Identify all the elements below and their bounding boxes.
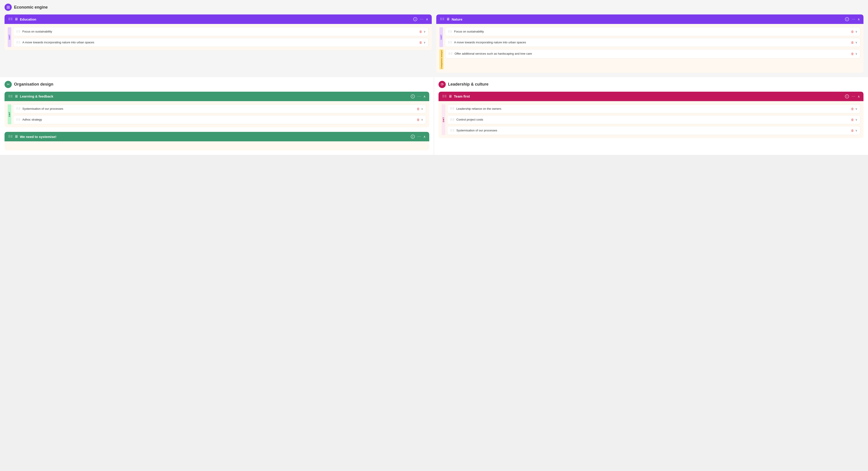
team-first-info-badge[interactable]: i xyxy=(845,94,849,98)
item-actions: 🗑 ∨ xyxy=(851,30,857,33)
expand-icon[interactable]: ∨ xyxy=(855,30,857,33)
item-text: Leadership reliance on the owners xyxy=(456,107,849,111)
expand-icon[interactable]: ∨ xyxy=(421,118,423,121)
expand-icon[interactable]: ∨ xyxy=(855,118,857,121)
systemise-collapse-btn[interactable]: ∧ xyxy=(423,135,426,138)
learning-card-body: SWT ⠿⠿ Systemisation of our processes 🗑 … xyxy=(4,101,429,127)
systemise-dots-menu[interactable]: ··· xyxy=(417,135,421,139)
nature-info-badge[interactable]: i xyxy=(845,17,849,21)
delete-icon[interactable]: 🗑 xyxy=(416,107,420,111)
education-card-body: SWT ⠿⠿ Focus on sustainability 🗑 ∨ xyxy=(4,24,432,50)
expand-icon[interactable]: ∨ xyxy=(424,30,426,33)
nature-cat-icon: 🖥 xyxy=(446,17,450,21)
learning-collapse-btn[interactable]: ∧ xyxy=(423,95,426,98)
item-drag-handle[interactable]: ⠿⠿ xyxy=(16,30,21,33)
item-text: A move towards incorporating nature into… xyxy=(454,40,849,44)
delete-icon[interactable]: 🗑 xyxy=(851,41,854,44)
table-row: ⠿⠿ A move towards incorporating nature i… xyxy=(445,38,860,47)
nature-card-title: Nature xyxy=(452,18,844,21)
item-drag-handle[interactable]: ⠿⠿ xyxy=(448,52,453,56)
item-actions: 🗑 ∨ xyxy=(851,118,857,122)
item-drag-handle[interactable]: ⠿⠿ xyxy=(448,41,452,44)
team-first-card-body: SWT ⠿⠿ Leadership reliance on the owners… xyxy=(438,101,864,138)
education-info-badge[interactable]: i xyxy=(413,17,417,21)
learning-dots-menu[interactable]: ··· xyxy=(417,94,421,98)
table-row: ⠿⠿ Focus on sustainability 🗑 ∨ xyxy=(445,27,860,36)
learning-info-badge[interactable]: i xyxy=(411,94,415,98)
table-row: ⠿⠿ Adhoc strategy 🗑 ∨ xyxy=(13,115,426,124)
item-actions: 🗑 ∨ xyxy=(851,52,857,56)
item-actions: 🗑 ∨ xyxy=(419,30,426,33)
team-first-drag-handle[interactable]: ⠿⠿ xyxy=(442,95,447,98)
education-items-list: ⠿⠿ Focus on sustainability 🗑 ∨ ⠿⠿ A move… xyxy=(13,27,429,47)
item-text: Control project costs xyxy=(456,117,849,122)
nature-card-body: SWT ⠿⠿ Focus on sustainability 🗑 ∨ xyxy=(436,24,864,73)
item-text: Focus on sustainability xyxy=(454,30,849,34)
systemise-cat-icon: 🖥 xyxy=(14,135,18,139)
delete-icon[interactable]: 🗑 xyxy=(851,52,854,56)
learning-card-title: Learning & feedback xyxy=(20,94,409,98)
leadership-culture-icon: ⟳ xyxy=(438,81,446,88)
education-card-title: Education xyxy=(20,18,412,21)
item-text: Systemisation of our processes xyxy=(456,129,849,133)
delete-icon[interactable]: 🗑 xyxy=(851,30,854,33)
education-drag-handle[interactable]: ⠿⠿ xyxy=(8,18,13,21)
learning-items-list: ⠿⠿ Systemisation of our processes 🗑 ∨ ⠿⠿ xyxy=(13,104,426,124)
delete-icon[interactable]: 🗑 xyxy=(851,129,854,132)
item-drag-handle[interactable]: ⠿⠿ xyxy=(16,41,21,44)
table-row: ⠿⠿ Control project costs 🗑 ∨ xyxy=(447,115,860,124)
table-row: ⠿⠿ Offer additional services such as har… xyxy=(445,49,860,58)
delete-icon[interactable]: 🗑 xyxy=(419,30,422,33)
expand-icon[interactable]: ∨ xyxy=(855,129,857,132)
learning-feedback-header: ⠿⠿ 🖥 Learning & feedback i ··· ∧ xyxy=(4,92,429,101)
expand-icon[interactable]: ∨ xyxy=(855,41,857,44)
item-drag-handle[interactable]: ⠿⠿ xyxy=(16,107,21,110)
nature-drag-handle[interactable]: ⠿⠿ xyxy=(440,18,444,21)
team-first-card: ⠿⠿ 🖥 Team first i ··· ∧ SWT xyxy=(438,92,864,138)
item-drag-handle[interactable]: ⠿⠿ xyxy=(450,107,455,110)
education-card: ⠿⠿ 🖥 Education i ··· ∧ SWT ⠿⠿ xyxy=(4,14,432,73)
systemise-drag-handle[interactable]: ⠿⠿ xyxy=(8,135,13,138)
expand-icon[interactable]: ∨ xyxy=(424,41,426,44)
table-row: ⠿⠿ A move towards incorporating nature i… xyxy=(13,38,429,47)
delete-icon[interactable]: 🗑 xyxy=(851,107,854,111)
systemise-info-badge[interactable]: i xyxy=(411,135,415,139)
nature-collapse-btn[interactable]: ∧ xyxy=(858,18,860,21)
table-row: ⠿⠿ Leadership reliance on the owners 🗑 ∨ xyxy=(447,104,860,113)
learning-swt-label: SWT xyxy=(8,104,11,124)
item-actions: 🗑 ∨ xyxy=(851,41,857,44)
team-first-cat-icon: 🖥 xyxy=(448,94,452,98)
item-actions: 🗑 ∨ xyxy=(416,118,423,122)
delete-icon[interactable]: 🗑 xyxy=(419,41,422,44)
item-drag-handle[interactable]: ⠿⠿ xyxy=(450,118,455,122)
delete-icon[interactable]: 🗑 xyxy=(416,118,420,122)
expand-icon[interactable]: ∨ xyxy=(855,107,857,110)
nature-dots-menu[interactable]: ··· xyxy=(852,17,855,21)
team-first-dots-menu[interactable]: ··· xyxy=(852,94,855,98)
expand-icon[interactable]: ∨ xyxy=(421,107,423,110)
item-text: Systemisation of our processes xyxy=(22,107,415,111)
nature-card: ⠿⠿ 🖥 Nature i ··· ∧ SWT ⠿⠿ xyxy=(436,14,864,73)
item-actions: 🗑 ∨ xyxy=(419,41,426,44)
learning-feedback-card: ⠿⠿ 🖥 Learning & feedback i ··· ∧ SWT xyxy=(4,92,429,127)
systemise-header: ⠿⠿ 🖥 We need to systemise! i ··· ∧ xyxy=(4,132,429,141)
item-text: Offer additional services such as hardsc… xyxy=(455,52,849,56)
item-actions: 🗑 ∨ xyxy=(851,129,857,132)
team-first-swt-label: SWT xyxy=(442,104,445,135)
delete-icon[interactable]: 🗑 xyxy=(851,118,854,122)
item-drag-handle[interactable]: ⠿⠿ xyxy=(448,30,452,33)
team-first-collapse-btn[interactable]: ∧ xyxy=(858,95,860,98)
education-collapse-btn[interactable]: ∧ xyxy=(426,18,428,21)
nature-items-list: ⠿⠿ Focus on sustainability 🗑 ∨ ⠿⠿ A move… xyxy=(445,27,860,47)
item-drag-handle[interactable]: ⠿⠿ xyxy=(450,129,455,132)
education-card-header: ⠿⠿ 🖥 Education i ··· ∧ xyxy=(4,14,432,24)
item-drag-handle[interactable]: ⠿⠿ xyxy=(16,118,21,122)
systemise-card-body xyxy=(4,141,429,150)
education-dots-menu[interactable]: ··· xyxy=(420,17,424,21)
expand-icon[interactable]: ∨ xyxy=(855,52,857,55)
table-row: ⠿⠿ Systemisation of our processes 🗑 ∨ xyxy=(13,104,426,113)
table-row: ⠿⠿ Systemisation of our processes 🗑 ∨ xyxy=(447,126,860,135)
organisation-design-icon: ✂ xyxy=(4,81,12,88)
learning-drag-handle[interactable]: ⠿⠿ xyxy=(8,95,13,98)
table-row: ⠿⠿ Focus on sustainability 🗑 ∨ xyxy=(13,27,429,36)
